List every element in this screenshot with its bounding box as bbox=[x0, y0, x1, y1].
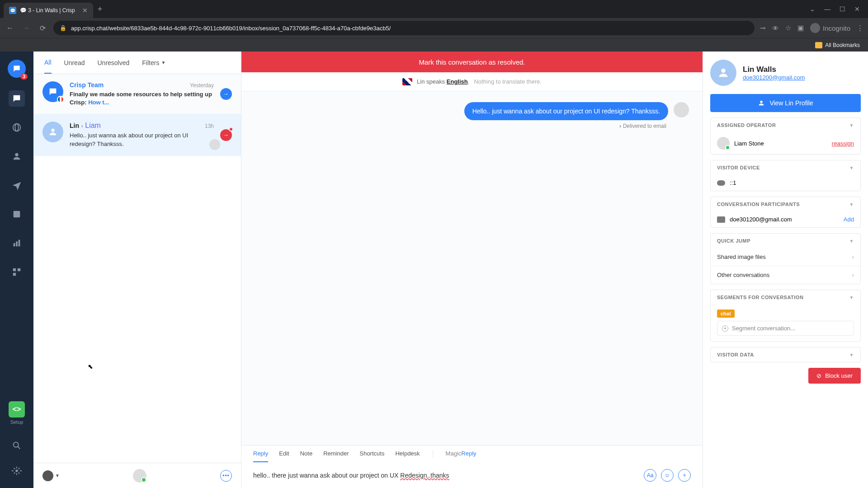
helpdesk-nav-icon[interactable] bbox=[9, 206, 25, 222]
maximize-icon[interactable]: ☐ bbox=[840, 5, 845, 13]
message-bubble: Hello.. just wanna ask about our project… bbox=[464, 102, 668, 120]
crisp-logo[interactable]: 3 bbox=[8, 60, 26, 78]
visitor-data-section: Visitor Data▼ bbox=[710, 347, 861, 362]
tab-unresolved[interactable]: Unresolved bbox=[97, 52, 129, 74]
composer-tab-shortcuts[interactable]: Shortcuts bbox=[359, 450, 384, 462]
notification-badge: 3 bbox=[20, 74, 28, 80]
close-tab-icon[interactable]: ✕ bbox=[82, 7, 88, 14]
segment-input[interactable]: + Segment conversation... bbox=[717, 321, 854, 336]
open-arrow-icon[interactable]: → bbox=[220, 88, 232, 100]
back-icon[interactable]: ← bbox=[5, 24, 15, 32]
close-window-icon[interactable]: ✕ bbox=[854, 5, 860, 13]
sender-name: Lin › Liam bbox=[70, 122, 101, 130]
chevron-down-icon: ▼ bbox=[849, 295, 854, 300]
all-bookmarks[interactable]: All Bookmarks bbox=[825, 42, 860, 48]
jump-other-conversations[interactable]: Other conversations› bbox=[711, 266, 860, 284]
side-rail: 3 <> Setup bbox=[0, 52, 33, 488]
profile-name: Lin Walls bbox=[743, 65, 805, 74]
view-profile-button[interactable]: View Lin Profile bbox=[710, 94, 861, 112]
tab-all[interactable]: All bbox=[44, 52, 52, 74]
message-preview: Finally we made some resources to help s… bbox=[70, 90, 214, 107]
chevron-right-icon: › bbox=[852, 272, 854, 278]
emoji-icon[interactable]: ☺ bbox=[661, 469, 674, 482]
dropdown-icon[interactable]: ⌄ bbox=[810, 5, 815, 13]
add-participant-link[interactable]: Add bbox=[844, 216, 854, 223]
svg-rect-4 bbox=[14, 243, 15, 246]
operator-avatar[interactable] bbox=[133, 469, 146, 483]
setup-icon[interactable]: <> bbox=[9, 401, 25, 418]
plugins-nav-icon[interactable] bbox=[9, 264, 25, 280]
timestamp: 13h bbox=[205, 123, 214, 129]
message-list: Hello.. just wanna ask about our project… bbox=[241, 91, 703, 445]
search-nav-icon[interactable] bbox=[9, 437, 25, 454]
svg-point-14 bbox=[721, 69, 725, 73]
chevron-down-icon: ▼ bbox=[55, 473, 60, 478]
visitors-nav-icon[interactable] bbox=[9, 119, 25, 136]
eye-off-icon[interactable]: 👁 bbox=[772, 24, 779, 32]
jump-shared-images[interactable]: Shared image files› bbox=[711, 248, 860, 266]
extensions-icon[interactable]: ▣ bbox=[797, 24, 804, 32]
bookmarks-bar: All Bookmarks bbox=[0, 38, 868, 52]
minimize-icon[interactable]: — bbox=[824, 5, 830, 13]
reload-icon[interactable]: ⟳ bbox=[37, 24, 48, 33]
segment-chip[interactable]: chat bbox=[717, 310, 735, 318]
block-user-button[interactable]: ⊘ Block user bbox=[808, 368, 861, 384]
menu-icon[interactable]: ⋮ bbox=[857, 24, 863, 32]
tab-filters[interactable]: Filters ▼ bbox=[142, 52, 165, 74]
conversation-list: All Unread Unresolved Filters ▼ Crisp Te… bbox=[33, 52, 241, 488]
section-header[interactable]: Visitor Device▼ bbox=[711, 160, 860, 175]
composer-tab-reply[interactable]: Reply bbox=[253, 450, 268, 462]
conversation-item[interactable]: Lin › Liam 13h Hello.. just wanna ask ab… bbox=[33, 114, 241, 155]
composer-tab-note[interactable]: Note bbox=[300, 450, 312, 462]
folder-icon bbox=[815, 42, 822, 48]
tab-unread[interactable]: Unread bbox=[64, 52, 85, 74]
chevron-down-icon: ▼ bbox=[849, 123, 854, 128]
reassign-link[interactable]: reassign bbox=[832, 140, 854, 147]
sender-name: Crisp Team bbox=[70, 81, 104, 89]
composer-tab-magicreply[interactable]: MagicReply bbox=[446, 450, 476, 462]
quick-jump-section: Quick Jump▼ Shared image files› Other co… bbox=[710, 233, 861, 284]
inbox-nav-icon[interactable] bbox=[9, 90, 25, 107]
flag-fr-icon bbox=[57, 96, 64, 103]
star-icon[interactable]: ☆ bbox=[785, 24, 791, 32]
browser-tab[interactable]: 💬 💬 3 - Lin Walls | Crisp ✕ bbox=[4, 3, 93, 18]
section-header[interactable]: Quick Jump▼ bbox=[711, 234, 860, 248]
section-header[interactable]: Conversation Participants▼ bbox=[711, 197, 860, 211]
conversation-item[interactable]: Crisp Team Yesterday Finally we made som… bbox=[33, 74, 241, 114]
incognito-icon bbox=[810, 23, 820, 33]
profile-avatar bbox=[710, 60, 736, 86]
campaigns-nav-icon[interactable] bbox=[9, 177, 25, 193]
text-format-icon[interactable]: Aa bbox=[644, 469, 656, 482]
profile-email[interactable]: doe301200@gmail.com bbox=[743, 74, 805, 81]
add-attachment-icon[interactable]: + bbox=[678, 469, 691, 482]
user-menu[interactable]: ▼ bbox=[42, 470, 60, 481]
chevron-down-icon: ▼ bbox=[849, 352, 854, 357]
assignee-avatar bbox=[209, 139, 220, 150]
participant-email: doe301200@gmail.com bbox=[730, 216, 792, 223]
composer-tab-reminder[interactable]: Reminder bbox=[323, 450, 349, 462]
more-icon[interactable]: ••• bbox=[220, 470, 232, 482]
new-tab-button[interactable]: + bbox=[98, 5, 103, 14]
url-bar[interactable]: 🔒 app.crisp.chat/website/6833ae5b-844d-4… bbox=[53, 21, 755, 35]
svg-point-13 bbox=[51, 129, 54, 132]
key-icon[interactable]: ⊸ bbox=[760, 24, 766, 32]
participants-section: Conversation Participants▼ doe301200@gma… bbox=[710, 197, 861, 228]
composer-tab-helpdesk[interactable]: Helpdesk bbox=[395, 450, 420, 462]
incognito-badge[interactable]: Incognito bbox=[810, 23, 850, 33]
plus-icon: + bbox=[722, 325, 728, 332]
contacts-nav-icon[interactable] bbox=[9, 148, 25, 164]
composer-tab-edit[interactable]: Edit bbox=[279, 450, 289, 462]
section-header[interactable]: Segments for Conversation▼ bbox=[711, 290, 860, 305]
open-arrow-icon[interactable]: → bbox=[220, 129, 232, 141]
analytics-nav-icon[interactable] bbox=[9, 235, 25, 251]
svg-point-0 bbox=[13, 124, 21, 131]
settings-nav-icon[interactable] bbox=[9, 463, 25, 479]
svg-rect-5 bbox=[16, 241, 18, 246]
resolve-banner[interactable]: Mark this conversation as resolved. bbox=[241, 52, 703, 72]
reply-input[interactable]: hello.. there just wanna ask about our p… bbox=[253, 472, 638, 479]
section-header[interactable]: Visitor Data▼ bbox=[711, 347, 860, 362]
favicon-icon: 💬 bbox=[9, 7, 16, 14]
forward-icon[interactable]: → bbox=[21, 24, 32, 32]
section-header[interactable]: Assigned Operator▼ bbox=[711, 118, 860, 132]
message-preview: Hello.. just wanna ask about our project… bbox=[70, 131, 214, 148]
